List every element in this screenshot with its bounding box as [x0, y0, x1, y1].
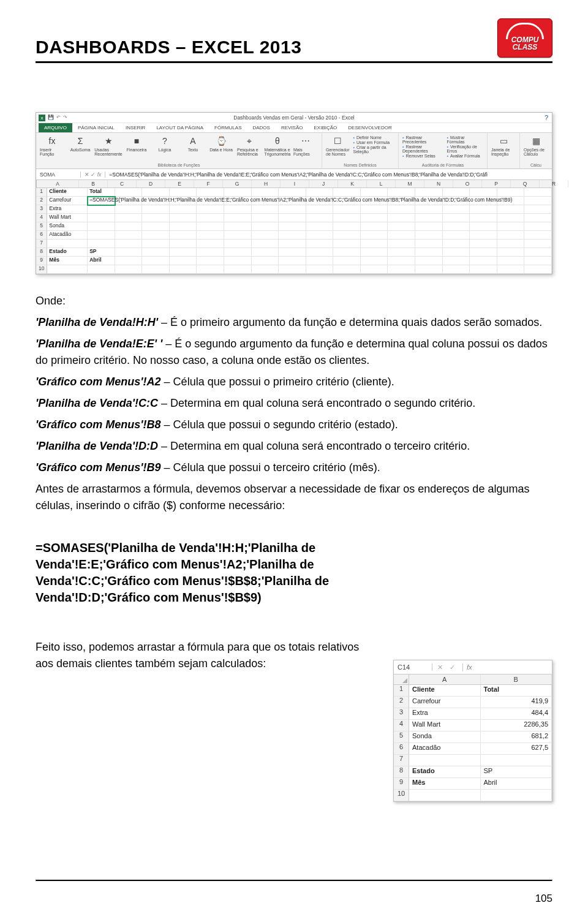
cell [470, 257, 497, 265]
tab-desenvolvedor: DESENVOLVEDOR [342, 123, 397, 132]
column-header: Q [511, 180, 540, 187]
ribbon-list-item: Avaliar Fórmula [447, 154, 483, 158]
name-box: SOMA [36, 172, 81, 178]
cell [524, 240, 552, 248]
cell [252, 188, 279, 197]
cell [470, 188, 497, 197]
ribbon-list-item: Mostrar Fórmulas [447, 135, 483, 144]
body-text: Onde: 'Planilha de Venda!H:H' – É o prim… [36, 293, 552, 514]
cell [497, 248, 525, 257]
formula-block: =SOMASES('Planilha de Venda'!H:H;'Planil… [36, 540, 375, 606]
cell [333, 214, 361, 222]
formula-bar-formula: =SOMASES('Planilha de Venda'!H:H;'Planil… [105, 172, 552, 178]
undo-icon: ↶ [56, 115, 61, 121]
paragraph-arrastar: Feito isso, podemos arrastar a fórmula p… [36, 639, 375, 672]
row-header: 7 [394, 755, 409, 766]
window-title: Dashboards Vendas em Geral - Versão 2010… [233, 115, 355, 121]
row-header: 5 [394, 731, 409, 743]
cell [470, 248, 497, 257]
cell [279, 257, 306, 265]
ribbon-button: θMatemática e Trigonometria [265, 135, 290, 156]
cell [481, 755, 552, 766]
column-header: G [223, 180, 252, 187]
cell [88, 231, 115, 240]
cell [409, 790, 481, 801]
cell [47, 265, 88, 274]
save-icon: 💾 [48, 115, 54, 121]
row-header: 2 [36, 197, 47, 205]
table-row: 2Carrefour=SOMASES('Planilha de Venda'!H… [36, 197, 552, 205]
cell [306, 257, 334, 265]
cell [47, 240, 88, 248]
cell: Wall Mart [47, 214, 88, 222]
cell [470, 265, 497, 274]
cell [361, 222, 388, 231]
cell [279, 214, 306, 222]
cell [252, 231, 279, 240]
ref-1: 'Planilha de Venda!H:H' [36, 316, 158, 328]
cell: Cliente [47, 188, 88, 197]
paragraph-fixar: Antes de arrastarmos a fórmula, devemos … [36, 481, 552, 514]
cell [252, 240, 279, 248]
table-row: 7 [36, 240, 552, 248]
ribbon-button: ⌚Data e Hora [209, 135, 233, 152]
table-row: 6Atacadão627,5 [394, 743, 552, 755]
cell [197, 205, 224, 214]
table-row: 4Wall Mart2286,35 [394, 720, 552, 731]
cell [524, 257, 552, 265]
cell [524, 248, 552, 257]
cell [279, 231, 306, 240]
cell: Extra [47, 205, 88, 214]
page-number: 105 [535, 893, 552, 905]
txt-6: – Determina em qual coluna será encontra… [158, 440, 470, 452]
cell [470, 214, 497, 222]
cell [197, 265, 224, 274]
cell [497, 205, 525, 214]
cell [497, 231, 525, 240]
cell [197, 222, 224, 231]
row-header: 5 [36, 222, 47, 231]
ribbon-list-item: Remover Setas [402, 154, 443, 158]
cell [306, 248, 334, 257]
column-header: I [281, 180, 309, 187]
name-box-small: C14 [394, 663, 432, 671]
ribbon-list-item: Usar em Fórmula [353, 140, 395, 145]
label-onde: Onde: [36, 293, 552, 309]
column-header: D [137, 180, 165, 187]
cell [142, 188, 170, 197]
cell [252, 214, 279, 222]
cell [443, 188, 470, 197]
cell [497, 188, 525, 197]
cell [443, 265, 470, 274]
cell [524, 265, 552, 274]
cell [388, 205, 415, 214]
cell [415, 222, 443, 231]
cell [170, 231, 197, 240]
cell [170, 214, 197, 222]
cell [197, 257, 224, 265]
ref-4: 'Planilha de Venda'!C:C [36, 397, 158, 409]
cell [279, 248, 306, 257]
cell: Carrefour [409, 697, 481, 708]
row-header: 1 [36, 188, 47, 197]
cell [142, 231, 170, 240]
cell [142, 214, 170, 222]
table-row: 3Extra484,4 [394, 708, 552, 720]
cell [142, 240, 170, 248]
tab-pagina-inicial: PÁGINA INICIAL [72, 123, 120, 132]
cell [142, 222, 170, 231]
cell [142, 265, 170, 274]
select-all-corner [394, 674, 409, 684]
cell: =SOMASES('Planilha de Venda'!H:H;'Planil… [88, 197, 115, 205]
column-header: K [338, 180, 367, 187]
ribbon-button: ?Lógica [153, 135, 177, 152]
cell [443, 214, 470, 222]
cell: 484,4 [481, 708, 552, 720]
ribbon-list-item: Verificação de Erros [447, 145, 483, 153]
formula-bar: SOMA ✕ ✓ fx =SOMASES('Planilha de Venda'… [36, 169, 552, 180]
cell [497, 257, 525, 265]
cell [524, 214, 552, 222]
cell [443, 205, 470, 214]
cell [415, 205, 443, 214]
cell: Estado [409, 766, 481, 778]
